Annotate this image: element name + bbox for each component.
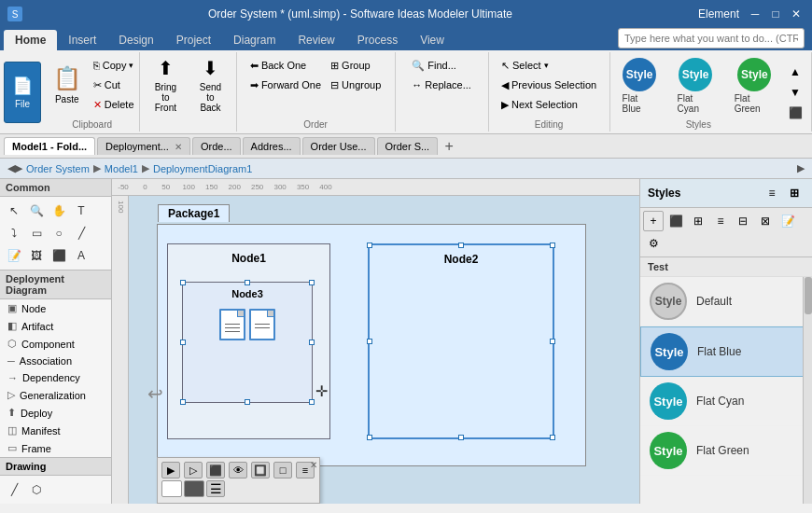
ellipse-tool[interactable]: ○ — [49, 223, 69, 243]
panel-tool7[interactable]: ⚙ — [643, 233, 664, 254]
delete-button[interactable]: ✕ Delete — [90, 95, 138, 114]
style-flat-blue-button[interactable]: Style Flat Blue — [614, 55, 665, 117]
bring-front-button[interactable]: ⬆ Bring toFront — [144, 54, 187, 116]
tab-design[interactable]: Design — [107, 30, 164, 50]
sidebar-item-deploy[interactable]: ⬆ Deploy — [0, 404, 111, 422]
style-flat-cyan-button[interactable]: Style Flat Cyan — [669, 55, 722, 117]
popup-btn5[interactable]: 🔲 — [251, 462, 270, 478]
draw-tool1[interactable]: ╱ — [4, 479, 24, 500]
popup-swatch2[interactable] — [184, 480, 204, 497]
previous-selection-button[interactable]: ◀ Previous Selection — [497, 76, 600, 94]
popup-swatch3[interactable]: ☰ — [206, 480, 225, 497]
popup-btn4[interactable]: 👁 — [229, 462, 247, 478]
popup-close-button[interactable]: ✕ — [310, 460, 317, 470]
sidebar-item-artifact[interactable]: ◧ Artifact — [0, 317, 111, 335]
draw-tool2[interactable]: ⬡ — [26, 479, 47, 500]
ungroup-button[interactable]: ⊟ Ungroup — [327, 76, 385, 94]
sidebar-item-association[interactable]: ─ Association — [0, 353, 111, 369]
forward-one-button[interactable]: ➡ Forward One — [246, 76, 325, 94]
next-selection-button[interactable]: ▶ Next Selection — [497, 95, 600, 114]
style-entry-default[interactable]: Style Default — [640, 277, 812, 326]
panel-tool6[interactable]: 📝 — [777, 211, 798, 231]
node1-box[interactable]: Node1 Node3 — [167, 243, 330, 439]
tab-deployment-close[interactable]: ✕ — [175, 142, 182, 152]
popup-btn1[interactable]: ▶ — [161, 462, 180, 478]
style-entry-flatblue[interactable]: Style Flat Blue — [640, 326, 812, 377]
breadcrumb-deployment[interactable]: DeploymentDiagram1 — [153, 163, 252, 174]
minimize-button[interactable]: ─ — [747, 7, 763, 21]
cut-button[interactable]: ✂ Cut — [90, 76, 138, 94]
breadcrumb-ordersystem[interactable]: Order System — [26, 163, 90, 174]
sidebar-item-frame[interactable]: ▭ Frame — [0, 439, 111, 457]
popup-btn3[interactable]: ⬛ — [206, 462, 225, 478]
popup-swatch1[interactable] — [161, 480, 182, 497]
tab-address[interactable]: Addres... — [243, 137, 301, 155]
breadcrumb-expand[interactable]: ▶ — [797, 162, 805, 174]
panel-options-button[interactable]: ≡ — [762, 183, 782, 203]
tab-orders[interactable]: Order S... — [377, 137, 439, 155]
tab-process[interactable]: Process — [346, 30, 409, 50]
file-tab-button[interactable]: 📄 File — [4, 62, 41, 123]
replace-button[interactable]: ↔ Replace... — [408, 76, 475, 94]
tab-model1[interactable]: Model1 - Fold... — [4, 137, 95, 155]
sidebar-item-dependency[interactable]: → Dependency — [0, 369, 111, 386]
select-button[interactable]: ↖ Select ▾ — [497, 56, 600, 75]
style-entry-flatcyan[interactable]: Style Flat Cyan — [640, 377, 812, 426]
find-button[interactable]: 🔍 Find... — [408, 56, 475, 75]
sidebar-item-generalization[interactable]: ▷ Generalization — [0, 386, 111, 404]
pan-tool[interactable]: ✋ — [49, 201, 69, 221]
tab-review[interactable]: Review — [287, 30, 345, 50]
sidebar-item-node[interactable]: ▣ Node — [0, 299, 111, 317]
connect-tool[interactable]: ⤵ — [4, 223, 24, 243]
tab-insert[interactable]: Insert — [57, 30, 107, 50]
panel-tool4[interactable]: ⊟ — [733, 211, 753, 231]
panel-tool5[interactable]: ⊠ — [755, 211, 776, 231]
tab-home[interactable]: Home — [4, 30, 57, 50]
back-one-button[interactable]: ⬅ Back One — [246, 56, 325, 75]
pointer-tool[interactable]: ↖ — [4, 201, 24, 221]
panel-tool1[interactable]: ⬛ — [665, 211, 686, 231]
text-tool[interactable]: T — [71, 201, 91, 221]
search-input[interactable] — [618, 28, 805, 49]
panel-add-button[interactable]: + — [643, 211, 664, 231]
extra-tool1[interactable]: ⬛ — [49, 245, 69, 266]
styles-scroll-down[interactable]: ▼ — [785, 82, 805, 103]
tab-order[interactable]: Orde... — [192, 137, 241, 155]
close-button[interactable]: ✕ — [788, 7, 805, 21]
panel-scrollbar-thumb[interactable] — [805, 277, 812, 314]
popup-btn6[interactable]: □ — [273, 462, 292, 478]
maximize-button[interactable]: □ — [767, 7, 784, 21]
package-box[interactable]: Package1 Node1 Node3 — [157, 224, 586, 466]
sidebar-item-manifest[interactable]: ◫ Manifest — [0, 422, 111, 439]
add-tab-button[interactable]: + — [440, 137, 458, 156]
sidebar-item-component[interactable]: ⬡ Component — [0, 335, 111, 353]
note-tool[interactable]: 📝 — [4, 245, 24, 266]
styles-expand[interactable]: ⬛ — [785, 103, 805, 123]
group-button[interactable]: ⊞ Group — [327, 56, 385, 75]
image-tool[interactable]: 🖼 — [26, 245, 47, 266]
tab-deployment[interactable]: Deployment... ✕ — [97, 137, 190, 155]
panel-scrollbar[interactable] — [803, 277, 812, 504]
panel-expand-button[interactable]: ⊞ — [784, 183, 805, 203]
popup-btn2[interactable]: ▷ — [184, 462, 203, 478]
panel-tool3[interactable]: ≡ — [710, 211, 731, 231]
breadcrumb-model1[interactable]: Model1 — [105, 163, 138, 174]
copy-button[interactable]: ⎘ Copy ▾ — [90, 56, 138, 75]
tab-diagram[interactable]: Diagram — [222, 30, 287, 50]
send-back-button[interactable]: ⬇ Send toBack — [189, 54, 231, 116]
extra-tool2[interactable]: A — [71, 245, 91, 266]
styles-scroll-up[interactable]: ▲ — [785, 62, 805, 82]
rect-tool[interactable]: ▭ — [26, 223, 47, 243]
line-tool[interactable]: ╱ — [71, 223, 91, 243]
tab-orderuse[interactable]: Order Use... — [302, 137, 375, 155]
tab-view[interactable]: View — [409, 30, 455, 50]
style-flat-green-button[interactable]: Style Flat Green — [726, 55, 783, 117]
node2-box[interactable]: Node2 — [368, 243, 554, 439]
style-entry-flatgreen[interactable]: Style Flat Green — [640, 426, 812, 476]
zoom-tool[interactable]: 🔍 — [26, 201, 47, 221]
tab-project[interactable]: Project — [165, 30, 222, 50]
panel-tool2[interactable]: ⊞ — [688, 211, 708, 231]
node3-box[interactable]: Node3 — [182, 282, 313, 403]
paste-button[interactable]: 📋 Paste — [47, 54, 88, 116]
undo-indicator[interactable]: ↩ — [147, 382, 163, 405]
